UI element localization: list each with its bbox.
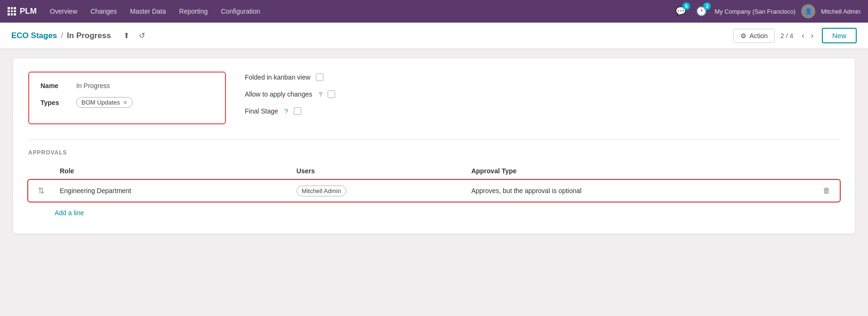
- form-top: Name In Progress Types BOM Updates ✕ Fol…: [28, 72, 840, 124]
- types-field: Types BOM Updates ✕: [40, 97, 214, 108]
- new-button[interactable]: New: [822, 28, 857, 43]
- bom-updates-tag[interactable]: BOM Updates ✕: [76, 97, 133, 108]
- undo-btn[interactable]: ↺: [136, 29, 148, 42]
- row-reorder-handle[interactable]: ⇅: [28, 180, 54, 202]
- nav-arrows: ‹ ›: [799, 30, 816, 42]
- reorder-icon: ⇅: [34, 186, 48, 195]
- company-name: My Company (San Francisco): [715, 8, 796, 15]
- col-users: Users: [291, 163, 466, 180]
- menu-changes[interactable]: Changes: [85, 5, 122, 18]
- activities-btn[interactable]: 🕐 2: [694, 4, 709, 19]
- subheader-actions: ⬆ ↺: [121, 29, 148, 42]
- subheader: ECO Stages / In Progress ⬆ ↺ ⚙ Action 2 …: [0, 23, 868, 49]
- final-help-icon[interactable]: ?: [285, 108, 288, 115]
- name-value[interactable]: In Progress: [76, 82, 110, 89]
- menu-reporting[interactable]: Reporting: [174, 5, 214, 18]
- folded-checkbox[interactable]: [316, 73, 323, 81]
- allow-checkbox[interactable]: [328, 90, 335, 98]
- table-row[interactable]: ⇅ Engineering Department Mitchell Admin …: [28, 180, 840, 202]
- folded-label: Folded in kanban view: [245, 73, 310, 81]
- brand-name: PLM: [20, 7, 37, 16]
- approvals-table: Role Users Approval Type ⇅ Engineering D…: [28, 163, 840, 202]
- row-users[interactable]: Mitchell Admin: [291, 180, 466, 202]
- action-label: Action: [749, 32, 768, 40]
- breadcrumb-parent[interactable]: ECO Stages: [11, 31, 57, 41]
- form-right-section: Folded in kanban view Allow to apply cha…: [245, 72, 840, 124]
- menu-configuration[interactable]: Configuration: [215, 5, 265, 18]
- messages-btn[interactable]: 💬 6: [673, 4, 688, 19]
- form-card: Name In Progress Types BOM Updates ✕ Fol…: [13, 58, 855, 234]
- grid-icon[interactable]: [8, 7, 16, 16]
- main-content: Name In Progress Types BOM Updates ✕ Fol…: [0, 49, 868, 243]
- col-role: Role: [54, 163, 291, 180]
- final-stage-field: Final Stage ?: [245, 107, 840, 115]
- subheader-right: ⚙ Action 2 / 4 ‹ › New: [733, 28, 857, 43]
- row-approval-type[interactable]: Approves, but the approval is optional: [466, 180, 813, 202]
- next-btn[interactable]: ›: [808, 30, 816, 42]
- row-role[interactable]: Engineering Department: [54, 180, 291, 202]
- allow-apply-field: Allow to apply changes ?: [245, 90, 840, 98]
- breadcrumb-separator: /: [61, 31, 63, 41]
- breadcrumb: ECO Stages / In Progress: [11, 31, 111, 41]
- col-delete: [813, 163, 840, 180]
- add-line-button[interactable]: Add a line: [49, 205, 89, 220]
- topnav-logo: PLM: [8, 7, 37, 16]
- approvals-section: APPROVALS Role Users Approval Type ⇅: [28, 149, 840, 220]
- row-delete[interactable]: 🗑: [813, 180, 840, 202]
- messages-badge: 6: [683, 2, 690, 10]
- final-checkbox[interactable]: [294, 107, 301, 115]
- topnav: PLM Overview Changes Master Data Reporti…: [0, 0, 868, 23]
- folded-kanban-field: Folded in kanban view: [245, 73, 840, 81]
- upload-btn[interactable]: ⬆: [121, 29, 132, 42]
- col-reorder: [28, 163, 54, 180]
- menu-master-data[interactable]: Master Data: [124, 5, 171, 18]
- form-left-section: Name In Progress Types BOM Updates ✕: [28, 72, 226, 124]
- bom-updates-tag-text: BOM Updates: [81, 99, 120, 106]
- username: Mitchell Admin: [821, 8, 860, 15]
- approvals-title: APPROVALS: [28, 149, 840, 156]
- final-label: Final Stage: [245, 107, 278, 115]
- gear-icon: ⚙: [740, 32, 747, 40]
- allow-label: Allow to apply changes: [245, 90, 312, 98]
- section-divider: [28, 139, 840, 140]
- types-label: Types: [40, 99, 69, 106]
- breadcrumb-current: In Progress: [67, 31, 111, 41]
- topnav-menu: Overview Changes Master Data Reporting C…: [44, 5, 669, 18]
- add-line-container: Add a line: [28, 205, 840, 220]
- table-header-row: Role Users Approval Type: [28, 163, 840, 180]
- user-tag[interactable]: Mitchell Admin: [297, 186, 346, 196]
- name-label: Name: [40, 82, 69, 89]
- col-approval-type: Approval Type: [466, 163, 813, 180]
- delete-button[interactable]: 🗑: [819, 185, 834, 197]
- action-button[interactable]: ⚙ Action: [733, 29, 775, 43]
- approval-type-value: Approves, but the approval is optional: [471, 187, 581, 194]
- topnav-right: 💬 6 🕐 2 My Company (San Francisco) 👤 Mit…: [673, 4, 860, 19]
- name-field: Name In Progress: [40, 82, 214, 89]
- avatar[interactable]: 👤: [801, 4, 815, 18]
- role-value: Engineering Department: [60, 187, 131, 194]
- allow-help-icon[interactable]: ?: [319, 91, 322, 98]
- bom-updates-remove-icon[interactable]: ✕: [123, 99, 128, 106]
- prev-btn[interactable]: ‹: [799, 30, 807, 42]
- activities-badge: 2: [703, 2, 711, 10]
- user-tag-text: Mitchell Admin: [302, 187, 341, 194]
- menu-overview[interactable]: Overview: [44, 5, 83, 18]
- nav-position: 2 / 4: [780, 32, 793, 40]
